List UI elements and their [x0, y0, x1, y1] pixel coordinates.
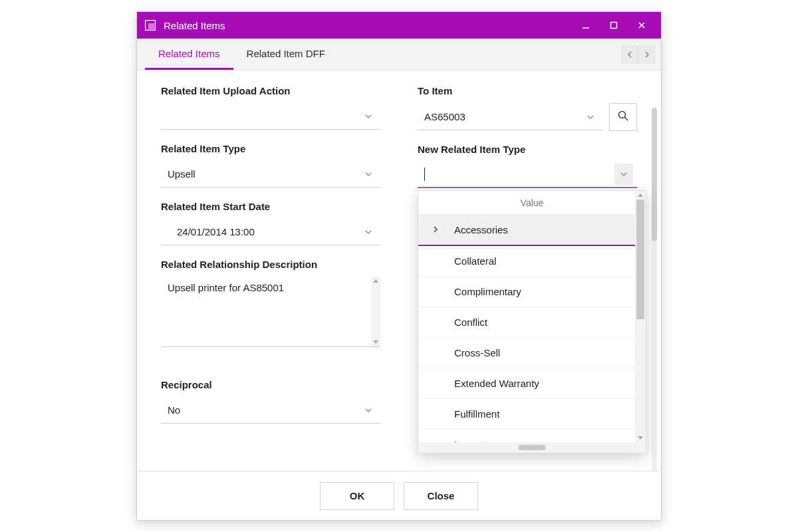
search-icon: [617, 110, 629, 124]
close-label: Close: [428, 490, 455, 501]
field-new-item-type: New Related Item Type Value AccessoriesC…: [418, 138, 637, 188]
value-start-date: 24/01/2014 13:00: [168, 226, 360, 237]
titlebar: Related Items: [137, 12, 661, 39]
svg-point-4: [619, 112, 626, 118]
dropdown-option[interactable]: Fulfillment: [418, 399, 646, 430]
value-to-item: AS65003: [424, 111, 583, 122]
value-new-item-type: [424, 167, 614, 180]
value-description: Upsell printer for AS85001: [161, 277, 371, 346]
dropdown-option-label: Fulfillment: [454, 408, 499, 420]
window-title: Related Items: [164, 20, 572, 31]
dropdown-option-label: Extended Warranty: [454, 378, 539, 389]
search-button[interactable]: [609, 103, 637, 131]
field-item-type: Related Item Type Upsell: [161, 138, 380, 188]
dialog-body: Related Item Upload Action Related Item …: [137, 70, 661, 471]
close-button[interactable]: [628, 12, 656, 39]
dropdown-hscrollbar[interactable]: [418, 442, 646, 453]
dropdown-option-label: Collateral: [454, 255, 496, 267]
ok-label: OK: [350, 490, 365, 501]
label-to-item: To Item: [418, 80, 637, 103]
right-column: To Item AS65003: [418, 77, 637, 471]
dropdown-option-label: Conflict: [454, 317, 487, 328]
chevron-down-icon: [360, 108, 376, 124]
svg-rect-3: [611, 23, 617, 29]
label-reciprocal: Reciprocal: [161, 374, 380, 397]
tab-nav: [621, 39, 656, 70]
tab-related-item-dff[interactable]: Related Item DFF: [233, 39, 338, 70]
dropdown-option[interactable]: Collateral: [418, 246, 646, 277]
dropdown-option-label: Accessories: [454, 224, 508, 235]
minimize-button[interactable]: [572, 12, 600, 39]
dropdown-option[interactable]: Impact: [418, 430, 646, 442]
label-new-item-type: New Related Item Type: [418, 138, 637, 162]
close-dialog-button[interactable]: Close: [404, 482, 478, 510]
select-new-item-type[interactable]: [418, 162, 637, 188]
tab-label: Related Item DFF: [247, 48, 325, 59]
chevron-down-icon: [614, 164, 633, 185]
svg-rect-2: [583, 27, 589, 29]
label-upload-action: Related Item Upload Action: [161, 80, 380, 103]
field-start-date: Related Item Start Date 24/01/2014 13:00: [161, 196, 380, 245]
chevron-right-icon: [433, 224, 438, 235]
textarea-scrollbar[interactable]: [371, 277, 380, 346]
svg-line-5: [625, 118, 628, 121]
value-item-type: Upsell: [168, 168, 360, 180]
dropdown-option[interactable]: Extended Warranty: [418, 368, 646, 399]
tab-label: Related Items: [158, 48, 220, 59]
form-scrollbar[interactable]: [652, 108, 657, 471]
chevron-down-icon: [360, 224, 376, 240]
select-reciprocal[interactable]: No: [161, 397, 380, 424]
tab-prev-button[interactable]: [621, 45, 638, 64]
label-description: Related Relationship Description: [161, 253, 380, 277]
maximize-button[interactable]: [600, 12, 628, 39]
select-start-date[interactable]: 24/01/2014 13:00: [161, 219, 380, 245]
tabstrip: Related Items Related Item DFF: [137, 39, 661, 70]
dropdown-header: Value: [418, 191, 646, 215]
chevron-down-icon: [360, 402, 376, 418]
tab-next-button[interactable]: [638, 45, 656, 64]
dropdown-option[interactable]: Complimentary: [418, 277, 646, 307]
field-description: Related Relationship Description Upsell …: [161, 253, 380, 347]
label-item-type: Related Item Type: [161, 138, 380, 161]
select-item-type[interactable]: Upsell: [161, 161, 380, 188]
tab-related-items[interactable]: Related Items: [145, 39, 233, 70]
chevron-down-icon: [360, 166, 376, 182]
dropdown-new-item-type: Value AccessoriesCollateralComplimentary…: [418, 190, 646, 454]
value-reciprocal: No: [168, 404, 360, 416]
select-upload-action[interactable]: [161, 103, 380, 130]
dialog-footer: OK Close: [137, 471, 661, 520]
dropdown-scrollbar[interactable]: [635, 191, 646, 442]
ok-button[interactable]: OK: [320, 482, 394, 510]
svg-rect-1: [148, 23, 154, 29]
dropdown-option[interactable]: Accessories: [418, 215, 646, 246]
left-column: Related Item Upload Action Related Item …: [161, 77, 380, 471]
dropdown-option-label: Cross-Sell: [454, 347, 500, 358]
field-upload-action: Related Item Upload Action: [161, 80, 380, 130]
textarea-description[interactable]: Upsell printer for AS85001: [161, 277, 380, 347]
dropdown-option[interactable]: Cross-Sell: [418, 338, 646, 368]
dropdown-option[interactable]: Conflict: [418, 307, 646, 338]
chevron-down-icon: [583, 109, 598, 125]
select-to-item[interactable]: AS65003: [418, 104, 602, 130]
related-items-dialog: Related Items Related Items Related Item…: [136, 11, 662, 521]
field-reciprocal: Reciprocal No: [161, 374, 380, 424]
dropdown-option-label: Complimentary: [454, 286, 521, 297]
app-icon: [145, 20, 156, 31]
field-to-item: To Item AS65003: [418, 80, 637, 130]
label-start-date: Related Item Start Date: [161, 196, 380, 219]
